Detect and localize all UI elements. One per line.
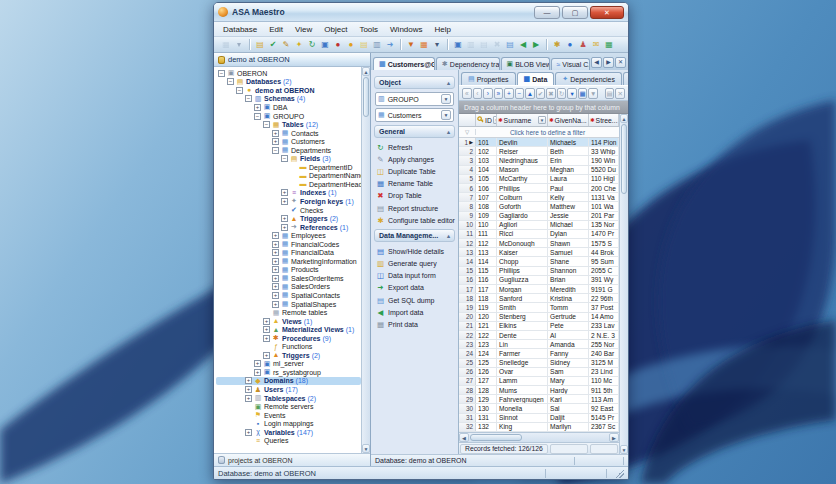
cell[interactable]: 2367 Sc [589,423,619,431]
tree-item-contacts[interactable]: +▦Contacts [216,129,361,138]
cell[interactable]: 112 [476,239,497,247]
refresh-records-button[interactable]: ↻ [557,88,567,99]
cell[interactable]: 115 [476,267,497,275]
drop-table-link[interactable]: ✖Drop Table [374,190,455,202]
generate-query-link[interactable]: ▥Generate query [374,258,455,270]
table-row[interactable]: 32132KingMarilyn2367 Sc [459,423,619,432]
expand-icon[interactable]: + [272,130,279,137]
cell[interactable]: 131 [476,414,497,422]
expand-icon[interactable]: + [245,395,252,402]
menu-item-tools[interactable]: Tools [354,24,383,35]
table-row[interactable]: 7107ColburnKelly1131 Va [459,193,619,202]
scroll-up-icon[interactable]: ▲ [620,114,628,123]
tab-scroll-right-icon[interactable]: ▶ [603,57,614,68]
cell[interactable]: Shane [548,257,589,265]
copy-icon[interactable]: ▥ [371,39,383,51]
menu-item-windows[interactable]: Windows [385,24,427,35]
tree-item-oberon[interactable]: −▣OBERON [216,69,361,78]
duplicate-table-link[interactable]: ◫Duplicate Table [374,165,455,177]
filter-hint[interactable]: Click here to define a filter [476,129,619,136]
save-bookmark-button[interactable]: ▾ [567,88,577,99]
table-row[interactable]: 2102ReiserBeth33 Whip [459,147,619,156]
cell[interactable]: Kelly [548,193,589,201]
cascade-icon[interactable]: ▥ [465,39,477,51]
doc-tab-customers-gr-[interactable]: ▦Customers@GR... [373,57,435,70]
section-header-general[interactable]: General▴ [374,125,455,138]
chevron-down-icon[interactable]: ▼ [441,94,451,104]
cell[interactable]: Laura [548,175,589,183]
table-row[interactable]: 5105McCarthyLaura110 Higl [459,175,619,184]
collapse-icon[interactable]: − [236,87,243,94]
cell[interactable]: Shawn [548,239,589,247]
tree-item-fields[interactable]: −▤Fields(3) [216,154,361,163]
scrollbar-thumb[interactable] [470,434,522,441]
view-dropdown-icon[interactable]: ▾ [431,39,443,51]
scroll-down-icon[interactable]: ▼ [362,444,370,453]
cell[interactable]: Kaiser [497,248,548,256]
cell[interactable]: Jessie [548,212,589,220]
report-structure-link[interactable]: ▤Report structure [374,202,455,214]
doc-tab-dependency-tracker[interactable]: ✱Dependency tracker [436,57,500,70]
menu-item-object[interactable]: Object [319,24,352,35]
tree-scrollbar[interactable]: ▲ ▼ [361,67,370,453]
cell[interactable]: 114 [476,257,497,265]
rename-table-link[interactable]: ▦Rename Table [374,178,455,190]
cell[interactable]: 101 [476,138,497,146]
expand-icon[interactable]: + [254,104,261,111]
cell[interactable]: Smith [497,303,548,311]
tree-item-salesorders[interactable]: +▦SalesOrders [216,283,361,292]
grid-filter-row[interactable]: ▽ Click here to define a filter [459,127,619,138]
tree-item-checks[interactable]: +✔Checks [216,206,361,215]
cell[interactable]: 110 [476,221,497,229]
close-button[interactable]: ✕ [590,6,624,19]
table-row[interactable]: 22122DenteAl2 N.E. 3 [459,331,619,340]
cell[interactable]: McCarthy [497,175,548,183]
mail-icon[interactable]: ✉ [590,39,602,51]
cell[interactable]: Matthew [548,202,589,210]
collapse-pin-icon[interactable]: ▴ [447,232,450,239]
grid-settings-button[interactable]: ▤ [605,88,615,99]
cell[interactable]: 122 [476,331,497,339]
tree-item-departments[interactable]: −▦Departments [216,146,361,155]
scroll-left-icon[interactable]: ◀ [459,433,469,442]
tree-item-schemas[interactable]: −▥Schemas(4) [216,95,361,104]
cell[interactable]: 104 [476,166,497,174]
minimize-button[interactable]: — [534,6,560,19]
cell[interactable]: Michaels [548,138,589,146]
first-record-button[interactable]: « [462,88,472,99]
cell[interactable]: Marilyn [548,423,589,431]
cell[interactable]: Sal [548,404,589,412]
tree-item-triggers[interactable]: +▲Triggers(2) [216,214,361,223]
cell[interactable]: Paul [548,184,589,192]
last-record-button[interactable]: » [494,88,504,99]
tree-item-financialdata[interactable]: +▦FinancialData [216,248,361,257]
table-row[interactable]: 4104MasonMeghan5520 Du [459,166,619,175]
column-header-givenna-[interactable]: ✱GivenNa...▼ [548,114,589,126]
table-row[interactable]: 10110AglioriMichael135 Nor [459,221,619,230]
cell[interactable]: 14 Amo [589,313,619,321]
back-icon[interactable]: ◀ [517,39,529,51]
tree-item-references[interactable]: +➜References(1) [216,223,361,232]
tree-item-tablespaces[interactable]: +▥Tablespaces(2) [216,394,361,403]
cell[interactable]: 5145 Pr [589,414,619,422]
tree-item-groupo[interactable]: −▣GROUPO [216,112,361,121]
tree-item-foreign-keys[interactable]: +✦Foreign keys(1) [216,197,361,206]
column-header-stree-[interactable]: ✱Stree...▼ [589,114,619,126]
cell[interactable]: 116 [476,276,497,284]
report-icon[interactable]: ▤ [358,39,370,51]
scroll-up-icon[interactable]: ▲ [362,67,370,76]
tree-item-spatialcontacts[interactable]: +▦SpatialContacts [216,291,361,300]
tree-item-procedures[interactable]: +✱Procedures(9) [216,334,361,343]
cell[interactable]: Karl [548,395,589,403]
collapse-icon[interactable]: − [245,95,252,102]
scroll-right-icon[interactable]: ▶ [609,433,619,442]
connect-database-icon[interactable]: ▦ [220,39,232,51]
cell[interactable]: 102 [476,147,497,155]
filter-records-button[interactable]: ▼ [588,88,598,99]
tab-close-icon[interactable]: ✕ [615,57,626,68]
image-icon[interactable]: ▣ [319,39,331,51]
table-row[interactable]: 28128MumsHardy911 5th [459,386,619,395]
table-row[interactable]: 18118SanfordKristina22 96th [459,294,619,303]
tab-properties[interactable]: ▤Properties [461,72,516,85]
group-by-bar[interactable]: Drag a column header here to group by th… [459,101,628,114]
